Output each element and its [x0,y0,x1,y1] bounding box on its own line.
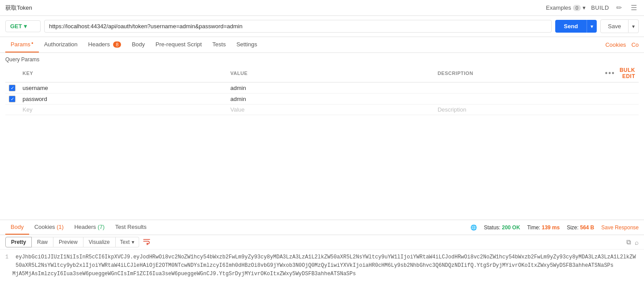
table-row-placeholder: Key Value Description [5,105,639,115]
save-response-button[interactable]: Save Response [601,224,639,231]
section-title: Query Params [5,56,639,63]
th-key: KEY [19,64,227,82]
code-content-1: eyJhbGciOiJIUzI1NiIsInR5cCI6IkpXVCJ9.eyJ… [15,253,639,270]
url-bar: GET ▾ Send ▾ Save ▾ [0,16,644,37]
params-table: KEY VALUE DESCRIPTION ••• Bulk Edit [5,64,639,115]
response-tab-cookies[interactable]: Cookies (1) [29,220,69,235]
method-chevron-icon: ▾ [24,23,27,30]
status-value: 200 OK [502,224,520,231]
save-button[interactable]: Save [600,19,629,33]
wrap-icon[interactable] [143,238,151,247]
row-key-1[interactable]: password [19,93,227,105]
row-value-1[interactable]: admin [227,93,434,105]
row-value-0[interactable]: admin [227,82,434,93]
size-label: Size: 564 B [567,224,594,231]
row-desc-0 [434,82,602,93]
status-label: Status: 200 OK [484,224,520,231]
co-link[interactable]: Co [631,37,639,52]
response-tabs: Body Cookies (1) Headers (7) Test Result… [0,220,644,235]
response-tab-test-results[interactable]: Test Results [110,220,152,235]
edit-icon[interactable]: ✏ [614,3,624,13]
time-label: Time: 139 ms [527,224,560,231]
line-number-1: 1 [5,253,8,262]
request-tabs: Params● Authorization Headers 8 Body Pre… [0,37,644,53]
tab-params[interactable]: Params● [5,37,39,52]
more-button[interactable]: ••• [605,69,615,77]
cookies-link[interactable]: Cookies [605,37,626,52]
top-bar: 获取Token Examples 0 ▾ BUILD ✏ ☰ [0,0,644,16]
format-tab-pretty[interactable]: Pretty [5,237,32,247]
tab-body[interactable]: Body [126,37,150,52]
row-key-0[interactable]: username [19,82,227,93]
globe-icon: 🌐 [470,224,477,231]
layout-icon[interactable]: ☰ [629,3,639,13]
examples-badge: 0 [573,5,581,11]
th-description: DESCRIPTION [434,64,602,82]
top-bar-title: 获取Token [5,4,32,12]
response-tab-headers[interactable]: Headers (7) [69,220,110,235]
format-tab-raw[interactable]: Raw [32,237,53,247]
url-input[interactable] [44,20,552,33]
text-chevron-icon: ▾ [132,239,134,245]
query-params-section: Query Params KEY VALUE DESCRIPTION ••• B… [0,53,644,115]
chevron-down-icon: ▾ [583,4,586,11]
empty-area [0,115,644,220]
row-delete-1 [602,93,639,105]
save-button-group: Save ▾ [600,19,639,33]
search-icon[interactable]: ⌕ [635,238,639,246]
format-tab-preview[interactable]: Preview [53,237,83,247]
bulk-edit-button[interactable]: Bulk Edit [620,67,635,79]
send-button-group: Send ▾ [555,20,597,33]
tab-settings[interactable]: Settings [231,37,262,52]
cookies-count: (1) [57,224,64,230]
send-button[interactable]: Send [555,20,587,33]
th-actions: ••• Bulk Edit [602,64,639,82]
top-bar-right: Examples 0 ▾ BUILD ✏ ☰ [546,3,639,13]
send-dropdown-button[interactable]: ▾ [587,20,597,33]
response-tab-body[interactable]: Body [5,220,29,235]
table-row: password admin [5,93,639,105]
tabs-right: Cookies Co [605,37,639,52]
top-bar-left: 获取Token [5,4,32,12]
placeholder-key[interactable]: Key [23,106,32,113]
tab-headers[interactable]: Headers 8 [83,37,127,52]
text-dropdown[interactable]: Text ▾ [116,237,139,247]
tab-tests[interactable]: Tests [207,37,231,52]
placeholder-description[interactable]: Description [438,106,466,113]
format-tab-visualize[interactable]: Visualize [83,237,116,247]
size-value: 564 B [580,224,594,231]
th-checkbox [5,64,19,82]
response-section: Body Cookies (1) Headers (7) Test Result… [0,220,644,299]
table-row: username admin [5,82,639,93]
copy-icon[interactable]: ⧉ [626,238,631,246]
response-meta: 🌐 Status: 200 OK Time: 139 ms Size: 564 … [470,224,639,231]
tab-authorization[interactable]: Authorization [39,37,83,52]
code-area: 1 eyJhbGciOiJIUzI1NiIsInR5cCI6IkpXVCJ9.e… [0,250,644,299]
code-line-1: 1 eyJhbGciOiJIUzI1NiIsInR5cCI6IkpXVCJ9.e… [5,253,639,270]
build-button[interactable]: BUILD [591,4,609,11]
headers-count: (7) [98,224,105,230]
save-dropdown-button[interactable]: ▾ [629,19,639,33]
row-desc-1 [434,93,602,105]
time-value: 139 ms [542,224,560,231]
method-selector[interactable]: GET ▾ [5,20,41,32]
method-label: GET [10,23,22,30]
placeholder-value[interactable]: Value [231,106,245,113]
row-checkbox-1[interactable] [9,96,15,102]
row-delete-0 [602,82,639,93]
tab-prerequest[interactable]: Pre-request Script [150,37,207,52]
headers-badge: 8 [113,41,121,48]
format-icons: ⧉ ⌕ [626,238,639,246]
format-tabs: Pretty Raw Preview Visualize Text ▾ ⧉ ⌕ [0,235,644,250]
code-line-2: MjA5MjAsImlzcyI6Iua3seW6pueggeWGnCIsImF1… [5,270,639,278]
examples-button[interactable]: Examples 0 ▾ [546,4,586,11]
code-content-2: MjA5MjAsImlzcyI6Iua3seW6pueggeWGnCIsImF1… [12,270,356,278]
th-value: VALUE [227,64,434,82]
row-checkbox-0[interactable] [9,85,15,91]
